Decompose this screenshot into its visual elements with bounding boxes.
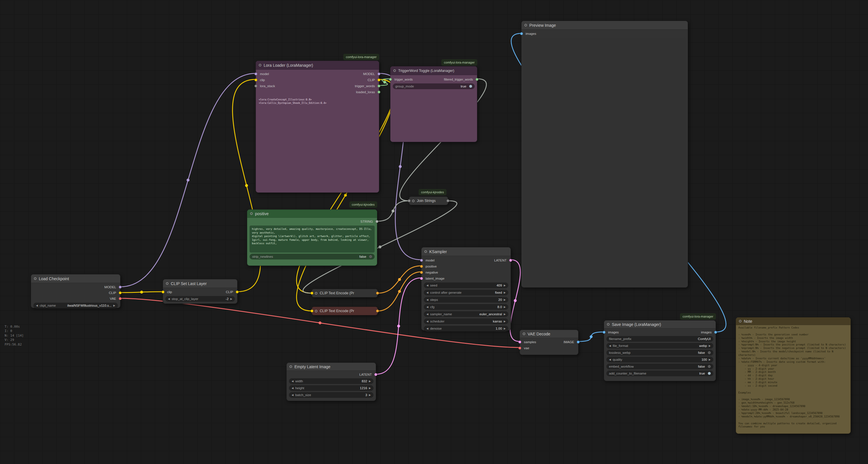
port-conditioning-out[interactable] [376,310,379,312]
port-latent-image-in[interactable] [420,277,423,280]
node-header[interactable]: Load Checkpoint [31,274,120,283]
collapse-dot[interactable] [250,212,253,215]
port-conditioning-out[interactable] [376,292,379,295]
next-arrow-icon[interactable]: ▶ [504,320,506,323]
port-image-out[interactable] [577,341,580,344]
decrement-arrow-icon[interactable]: ◀ [291,394,293,397]
denoise-widget[interactable]: ◀denoise1.00▶ [424,326,508,331]
port-string-out[interactable] [375,220,378,223]
node-header[interactable]: Save Image (LoraManager) [604,320,716,328]
toggle-indicator[interactable] [708,365,711,368]
port-collapsed-out[interactable] [446,199,450,202]
height-widget[interactable]: ◀height1216▶ [289,385,373,391]
toggle-indicator[interactable] [369,255,372,258]
port-lora-stack-in[interactable] [254,85,257,87]
collapse-dot[interactable] [739,320,742,322]
port-collapsed-in[interactable] [408,199,410,202]
group-mode-toggle[interactable]: group_mode true [393,83,475,89]
collapse-dot[interactable] [412,200,414,202]
batch-size-widget[interactable]: ◀batch_size3▶ [289,392,373,398]
collapse-dot[interactable] [166,282,168,285]
node-ksampler[interactable]: KSampler model LATENT positive negative … [421,247,511,330]
next-arrow-icon[interactable]: ▶ [113,304,115,307]
port-clip-in[interactable] [254,79,257,81]
prev-arrow-icon[interactable]: ◀ [36,304,38,307]
decrement-arrow-icon[interactable]: ◀ [291,380,293,383]
collapse-dot[interactable] [315,292,317,295]
seed-widget[interactable]: ◀seed409▶ [424,283,508,288]
increment-arrow-icon[interactable]: ▶ [709,358,711,361]
lora-syntax-text[interactable]: <lora:CreateConcept_Illustrious:0.8> <lo… [258,97,377,106]
strip-newlines-toggle[interactable]: strip_newlines false [250,254,375,259]
port-images-in[interactable] [602,331,606,334]
port-clip-out[interactable] [236,291,239,293]
node-vae-decode[interactable]: VAE Decode samples IMAGE vae [520,330,579,355]
decrement-arrow-icon[interactable]: ◀ [426,298,428,301]
node-load-checkpoint[interactable]: Load Checkpoint MODEL CLIP VAE ◀ ckpt_na… [31,274,121,308]
port-vae-in[interactable] [518,347,521,349]
collapse-dot[interactable] [34,277,36,280]
ckpt-name-widget[interactable]: ◀ ckpt_name ilwaiNSFWIllustrious_v110.s.… [33,302,118,308]
node-triggerword-toggle[interactable]: TriggerWord Toggle (LoraManager) trigger… [390,66,477,142]
port-trigger-words-out[interactable] [377,85,380,87]
lossless-webp-toggle[interactable]: lossless_webpfalse [607,350,713,355]
filename-prefix-field[interactable]: filename_prefixComfyUI [607,336,713,342]
cfg-widget[interactable]: ◀cfg8.0▶ [424,304,508,310]
steps-widget[interactable]: ◀steps20▶ [424,297,508,302]
collapse-dot[interactable] [524,24,527,26]
increment-arrow-icon[interactable]: ▶ [369,394,371,397]
port-clip-out[interactable] [377,79,380,81]
node-header[interactable]: CLIP Set Last Layer [163,279,237,288]
port-model-out[interactable] [377,72,380,76]
port-loaded-loras-out[interactable] [377,91,380,93]
port-positive-in[interactable] [420,265,423,268]
prompt-textarea[interactable]: highres, very detailed, amazing quality,… [250,226,375,253]
node-clip-text-encode-positive[interactable]: CLIP Text Encode (Pr [312,289,378,297]
quality-widget[interactable]: ◀quality100▶ [607,357,713,362]
collapse-dot[interactable] [424,250,427,253]
toggle-indicator[interactable] [469,85,472,88]
prev-arrow-icon[interactable]: ◀ [426,291,428,294]
node-clip-set-last-layer[interactable]: CLIP Set Last Layer clip CLIP ◀ stop_at_… [163,279,238,304]
node-header[interactable]: Preview Image [522,21,688,30]
port-clip-in[interactable] [162,291,164,293]
port-samples-in[interactable] [518,341,521,344]
increment-arrow-icon[interactable]: ▶ [230,297,232,300]
add-counter-toggle[interactable]: add_counter_to_filenametrue [607,371,713,376]
port-filtered-trigger-words-out[interactable] [475,78,478,81]
next-arrow-icon[interactable]: ▶ [504,291,506,294]
node-empty-latent-image[interactable]: Empty Latent Image LATENT ◀width832▶ ◀he… [286,362,376,401]
next-arrow-icon[interactable]: ▶ [504,313,506,316]
collapse-dot[interactable] [259,64,261,66]
node-header[interactable]: KSampler [422,248,510,256]
port-clip-out[interactable] [119,291,122,294]
next-arrow-icon[interactable]: ▶ [709,344,711,347]
node-header[interactable]: TriggerWord Toggle (LoraManager) [391,66,477,75]
note-text[interactable]: Available filename_prefix Pattern Codes … [738,326,848,432]
node-join-strings[interactable]: Join Strings [409,197,448,205]
embed-workflow-toggle[interactable]: embed_workflowfalse [607,364,713,369]
width-widget[interactable]: ◀width832▶ [289,378,373,384]
toggle-indicator[interactable] [708,351,711,354]
increment-arrow-icon[interactable]: ▶ [504,284,506,287]
increment-arrow-icon[interactable]: ▶ [369,380,371,383]
node-header[interactable]: positive [247,210,377,218]
decrement-arrow-icon[interactable]: ◀ [426,327,428,330]
collapse-dot[interactable] [607,323,610,326]
port-negative-in[interactable] [420,271,423,274]
control-after-generate-widget[interactable]: ◀control after generatefixed▶ [424,290,508,295]
port-latent-out[interactable] [374,373,377,376]
port-collapsed-in[interactable] [311,310,313,312]
node-clip-text-encode-negative[interactable]: CLIP Text Encode (Pr [312,307,378,315]
node-header[interactable]: Lora Loader (LoraManager) [256,61,379,69]
stop-at-clip-layer-widget[interactable]: ◀ stop_at_clip_layer -2 ▶ [165,296,235,302]
port-images-out[interactable] [714,331,717,334]
decrement-arrow-icon[interactable]: ◀ [426,306,428,308]
node-header[interactable]: Note [736,318,850,325]
node-header[interactable]: Empty Latent Image [287,363,376,371]
sampler-name-widget[interactable]: ◀sampler_nameeuler_ancestral▶ [424,311,508,317]
node-preview-image[interactable]: Preview Image images [521,21,688,288]
node-save-image[interactable]: Save Image (LoraManager) images images f… [604,320,716,381]
port-images-in[interactable] [520,32,523,35]
file-format-widget[interactable]: ◀file_formatwebp▶ [607,343,713,349]
